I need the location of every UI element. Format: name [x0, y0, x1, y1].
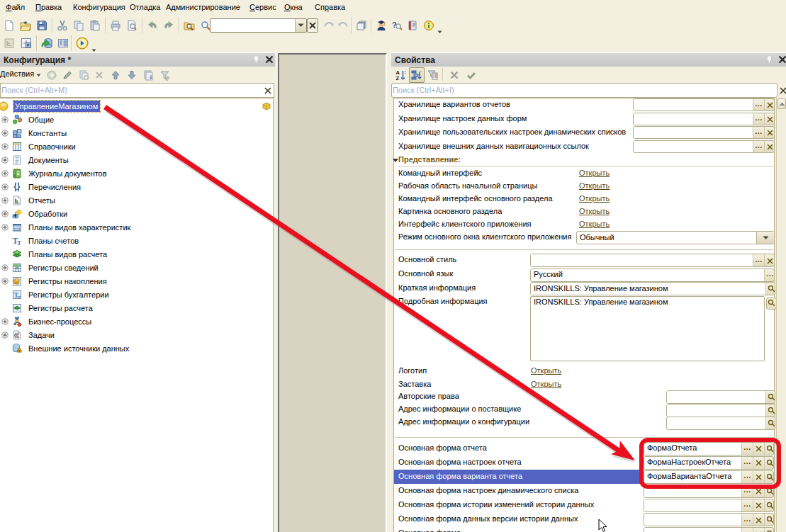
svg-text:T: T: [18, 295, 21, 300]
svg-text:T: T: [17, 239, 21, 246]
svg-text:Z: Z: [396, 75, 400, 81]
